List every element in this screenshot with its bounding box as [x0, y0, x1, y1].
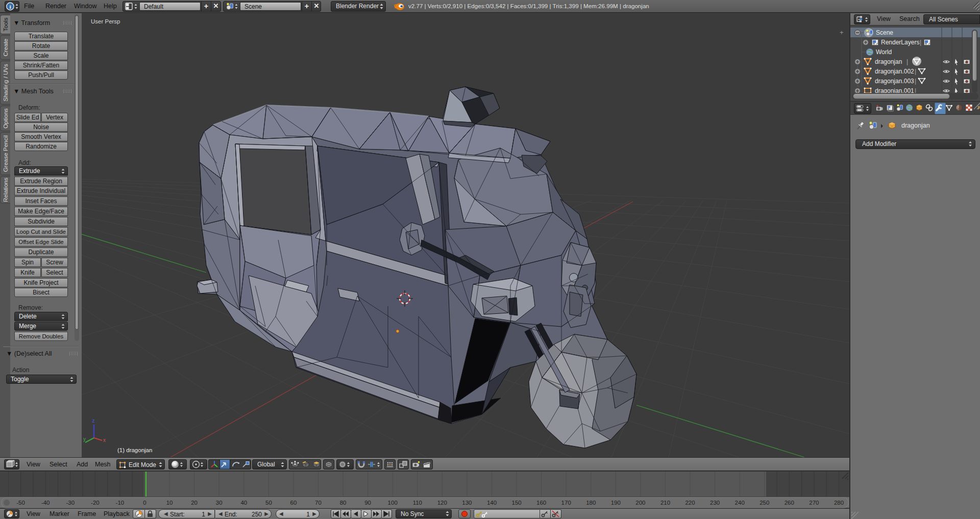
svg-text:100: 100	[388, 500, 398, 506]
svg-text:-30: -30	[66, 500, 75, 506]
svg-text:70: 70	[315, 500, 322, 506]
svg-text:(1) dragonjan: (1) dragonjan	[117, 447, 152, 453]
svg-text:250: 250	[760, 500, 769, 506]
svg-text:-10: -10	[116, 500, 125, 506]
svg-text:|: |	[915, 78, 916, 85]
svg-text:200: 200	[635, 500, 645, 506]
svg-text:|: |	[915, 68, 916, 75]
svg-text:260: 260	[785, 500, 794, 506]
svg-text:210: 210	[660, 500, 670, 506]
svg-text:x: x	[103, 437, 106, 443]
svg-text:dragonjan.003: dragonjan.003	[875, 78, 914, 85]
svg-text:dragonjan.002: dragonjan.002	[875, 68, 914, 75]
svg-text:130: 130	[462, 500, 472, 506]
svg-text:-20: -20	[91, 500, 100, 506]
svg-text:230: 230	[710, 500, 720, 506]
svg-text:40: 40	[240, 500, 247, 506]
svg-text:190: 190	[611, 500, 621, 506]
svg-text:20: 20	[191, 500, 198, 506]
svg-text:150: 150	[512, 500, 522, 506]
svg-text:-50: -50	[16, 500, 25, 506]
svg-text:30: 30	[216, 500, 223, 506]
svg-text:220: 220	[685, 500, 695, 506]
svg-text:50: 50	[265, 500, 272, 506]
svg-text:|: |	[920, 39, 921, 46]
svg-text:120: 120	[437, 500, 447, 506]
svg-text:i: i	[9, 4, 11, 10]
svg-text:270: 270	[809, 500, 819, 506]
svg-text:Scene: Scene	[876, 29, 893, 36]
svg-text:280: 280	[834, 500, 844, 506]
svg-text:+: +	[840, 29, 844, 36]
svg-text:10: 10	[166, 500, 173, 506]
svg-text:90: 90	[364, 500, 371, 506]
svg-text:dragonjan: dragonjan	[875, 58, 902, 65]
svg-text:y: y	[83, 436, 86, 442]
svg-text:80: 80	[340, 500, 347, 506]
svg-text:|: |	[906, 58, 908, 65]
svg-text:0: 0	[143, 500, 146, 506]
svg-text:World: World	[876, 48, 892, 56]
svg-text:60: 60	[290, 500, 297, 506]
svg-text:RenderLayers: RenderLayers	[881, 39, 919, 46]
svg-text:240: 240	[735, 500, 745, 506]
svg-text:User Persp: User Persp	[91, 18, 120, 24]
svg-text:170: 170	[561, 500, 571, 506]
svg-text:110: 110	[413, 500, 422, 506]
svg-text:160: 160	[536, 500, 546, 506]
svg-text:140: 140	[487, 500, 497, 506]
svg-text:-40: -40	[41, 500, 50, 506]
svg-text:z: z	[92, 418, 95, 424]
svg-text:180: 180	[586, 500, 596, 506]
